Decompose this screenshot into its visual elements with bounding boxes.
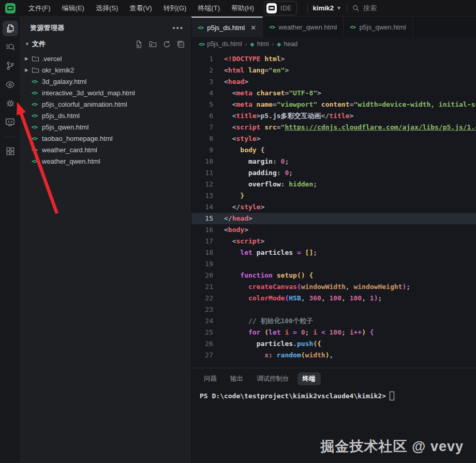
tab-weather_qwen.html[interactable]: <>weather_qwen.html	[263, 17, 344, 37]
code-line-13[interactable]: 13 }	[191, 190, 476, 201]
panel-tab-调试控制台[interactable]: 调试控制台	[251, 372, 294, 385]
code-line-15[interactable]: 15</head>	[191, 213, 476, 224]
sidebar-item-preview[interactable]	[3, 77, 18, 92]
code-line-23[interactable]: 23	[191, 304, 476, 315]
tree-file-p5js_qwen.html[interactable]: <>p5js_qwen.html	[21, 121, 191, 133]
terminal[interactable]: PS D:\code\testproject\kimik2vsclaude4\k…	[191, 387, 476, 400]
menu-item[interactable]: 选择(S)	[90, 0, 124, 17]
menu-item[interactable]: 终端(T)	[192, 0, 226, 17]
code-line-16[interactable]: 16<body>	[191, 224, 476, 236]
code-editor[interactable]: 1<!DOCTYPE html>2<html lang="en">3<head>…	[191, 51, 476, 368]
code-token: ;	[285, 157, 289, 165]
code-line-6[interactable]: 6 <title>p5.js多彩交互动画</title>	[191, 110, 476, 122]
code-line-11[interactable]: 11 padding: 0;	[191, 167, 476, 179]
sidebar-item-code-screen[interactable]	[3, 114, 18, 129]
code-line-1[interactable]: 1<!DOCTYPE html>	[191, 53, 476, 65]
code-token	[325, 294, 330, 302]
chevron-right-icon: ▶	[25, 67, 32, 73]
line-content: <title>p5.js多彩交互动画</title>	[213, 110, 476, 122]
code-line-24[interactable]: 24 // 初始化100个粒子	[191, 315, 476, 327]
code-token	[224, 340, 257, 348]
menu-item[interactable]: 转到(G)	[158, 0, 192, 17]
code-token: charset	[252, 89, 285, 97]
close-icon[interactable]: ✕	[250, 24, 256, 32]
global-search[interactable]: 搜索	[352, 4, 377, 13]
code-line-12[interactable]: 12 overflow: hidden;	[191, 179, 476, 190]
line-number: 21	[191, 281, 213, 293]
editor-tabstrip: <>p5js_ds.html✕<>weather_qwen.html<>p5js…	[191, 17, 476, 37]
code-line-3[interactable]: 3<head>	[191, 76, 476, 88]
line-number: 24	[191, 315, 213, 327]
code-token	[224, 294, 248, 302]
line-number: 17	[191, 236, 213, 247]
menu-item[interactable]: 查看(V)	[124, 0, 157, 17]
sidebar-item-explorer[interactable]	[3, 21, 18, 36]
tree-file-p5js_colorful_animation.html[interactable]: <>p5js_colorful_animation.html	[21, 98, 191, 110]
sidebar-item-debug[interactable]	[3, 95, 18, 111]
files-section-header[interactable]: ▼ 文件	[21, 37, 191, 52]
sidebar-item-source-control[interactable]	[3, 58, 18, 74]
code-token: ;	[289, 169, 293, 177]
code-token: =	[264, 66, 269, 74]
menu-item[interactable]: 编辑(E)	[56, 0, 90, 17]
line-content	[213, 304, 476, 315]
html-file-icon: <>	[269, 24, 275, 31]
tab-p5js_ds.html[interactable]: <>p5js_ds.html✕	[191, 17, 263, 37]
code-line-4[interactable]: 4 <meta charset="UTF-8">	[191, 88, 476, 99]
code-token: )	[362, 328, 366, 336]
panel-tab-输出[interactable]: 输出	[225, 372, 248, 385]
code-line-10[interactable]: 10 margin: 0;	[191, 156, 476, 167]
tree-folder-okr_kimik2[interactable]: ▶okr_kimik2	[21, 64, 191, 76]
tree-file-interactive_3d_world_map.html[interactable]: <>interactive_3d_world_map.html	[21, 87, 191, 98]
refresh-icon[interactable]	[163, 40, 171, 48]
code-line-7[interactable]: 7 <script src="https://cdnjs.cloudflare.…	[191, 122, 476, 133]
html-file-icon: <>	[32, 147, 42, 153]
code-token: ,	[301, 294, 305, 302]
ide-badge[interactable]: IDE	[264, 1, 297, 16]
sidebar-item-search[interactable]	[3, 39, 18, 55]
panel-tab-问题[interactable]: 问题	[199, 372, 222, 385]
tree-file-weather_qwen.html[interactable]: <>weather_qwen.html	[21, 155, 191, 167]
tab-p5js_qwen.html[interactable]: <>p5js_qwen.html	[344, 17, 413, 37]
code-token: :	[277, 169, 281, 177]
code-token: head	[232, 214, 248, 222]
code-line-26[interactable]: 26 particles.push({	[191, 338, 476, 350]
breadcrumb-item-head[interactable]: ◈head	[277, 40, 298, 48]
code-token: push	[297, 340, 313, 348]
code-token: ({	[313, 340, 321, 348]
tree-file-p5js_ds.html[interactable]: <>p5js_ds.html	[21, 110, 191, 121]
code-line-27[interactable]: 27 x: random(width),	[191, 350, 476, 361]
sidebar-item-extensions[interactable]	[3, 143, 18, 159]
line-number: 12	[191, 179, 213, 190]
code-line-2[interactable]: 2<html lang="en">	[191, 65, 476, 76]
code-line-14[interactable]: 14 </style>	[191, 201, 476, 213]
tree-file-3d_galaxy.html[interactable]: <>3d_galaxy.html	[21, 76, 191, 87]
code-line-20[interactable]: 20 function setup() {	[191, 270, 476, 281]
line-content: for (let i = 0; i < 100; i++) {	[213, 327, 476, 338]
breadcrumb-item-html[interactable]: ◈html	[250, 40, 269, 48]
code-line-17[interactable]: 17 <script>	[191, 236, 476, 247]
new-file-icon[interactable]	[135, 40, 143, 48]
app-logo-icon[interactable]	[5, 3, 16, 13]
code-line-18[interactable]: 18 let particles = [];	[191, 247, 476, 258]
menu-item[interactable]: 文件(F)	[23, 0, 56, 17]
tree-file-taobao_homepage.html[interactable]: <>taobao_homepage.html	[21, 133, 191, 144]
code-line-21[interactable]: 21 createCanvas(windowWidth, windowHeigh…	[191, 281, 476, 293]
code-line-22[interactable]: 22 colorMode(HSB, 360, 100, 100, 1);	[191, 293, 476, 304]
tree-folder-.vercel[interactable]: ▶.vercel	[21, 53, 191, 64]
collapse-all-icon[interactable]	[177, 40, 185, 48]
menu-item[interactable]: 帮助(H)	[226, 0, 260, 17]
code-brackets-glyph: <>	[32, 135, 37, 142]
ellipsis-icon[interactable]: •••	[172, 26, 184, 30]
code-line-5[interactable]: 5 <meta name="viewport" content="width=d…	[191, 99, 476, 110]
tree-file-weather_card.html[interactable]: <>weather_card.html	[21, 144, 191, 155]
code-line-8[interactable]: 8 <style>	[191, 133, 476, 144]
new-folder-icon[interactable]	[149, 40, 157, 48]
panel-tab-终端[interactable]: 终端	[298, 372, 321, 385]
code-token	[293, 249, 297, 256]
breadcrumb-item-p5js_ds.html[interactable]: <>p5js_ds.html	[199, 40, 242, 48]
code-line-25[interactable]: 25 for (let i = 0; i < 100; i++) {	[191, 327, 476, 338]
code-line-9[interactable]: 9 body {	[191, 144, 476, 156]
project-switcher[interactable]: kimik2 ▼	[313, 4, 341, 12]
code-line-19[interactable]: 19	[191, 258, 476, 270]
